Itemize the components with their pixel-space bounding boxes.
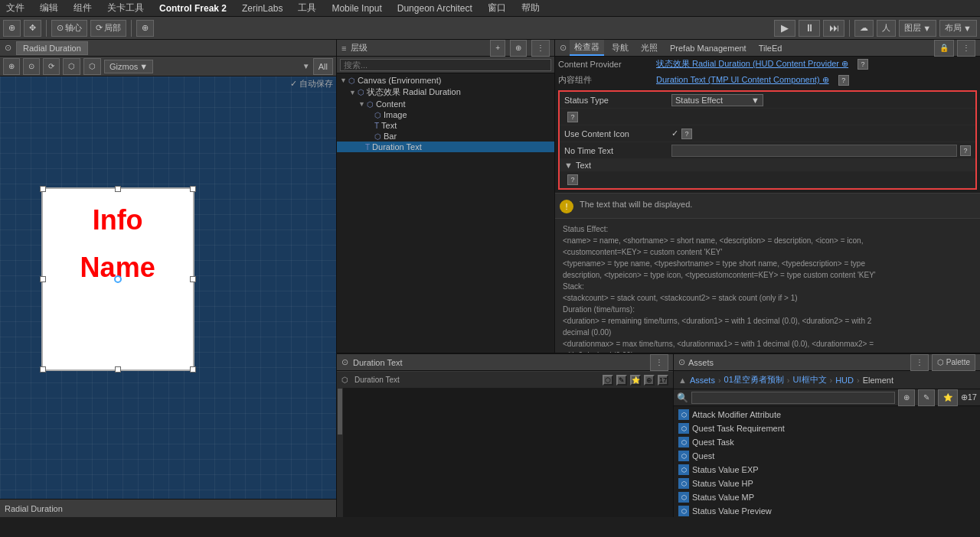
menu-item-zerinlabs[interactable]: ZerinLabs [239, 2, 286, 15]
dt-icon-4[interactable]: ⊕ [644, 375, 655, 386]
menu-item-control-freak[interactable]: Control Freak 2 [156, 2, 230, 15]
asset-item-quest-req[interactable]: ⬡ Quest Task Requirement [674, 421, 980, 435]
scene-tool-4[interactable]: ⬡ [63, 58, 80, 75]
no-time-text-input[interactable] [671, 145, 957, 157]
tab-navigation[interactable]: 导航 [607, 41, 633, 55]
hierarchy-item-bar[interactable]: ▶ ⬡ Bar [337, 131, 554, 142]
scene-tool-1[interactable]: ⊕ [3, 58, 20, 75]
assets-more-btn[interactable]: ⋮ [910, 354, 929, 371]
menu-item-window[interactable]: 窗口 [485, 0, 509, 16]
local-btn[interactable]: ⟳ 局部 [90, 20, 126, 37]
dt-icon-2[interactable]: ✎ [616, 375, 627, 386]
menu-item-component[interactable]: 组件 [70, 0, 95, 16]
dt-icon-1[interactable]: ⬡ [603, 375, 613, 386]
dt-icon-5[interactable]: 17 [658, 375, 668, 386]
no-time-text-question[interactable]: ? [960, 145, 971, 156]
assets-search-btn-2[interactable]: ✎ [918, 389, 935, 406]
assets-search-input[interactable] [691, 392, 895, 404]
menu-bar: 文件 编辑 组件 关卡工具 Control Freak 2 ZerinLabs … [0, 0, 980, 17]
text-question[interactable]: ? [567, 174, 578, 185]
asset-item-status-mp[interactable]: ⬡ Status Value MP [674, 490, 980, 504]
gizmos-btn[interactable]: Gizmos ▼ [104, 60, 153, 73]
breadcrumb-ui[interactable]: UI框中文 [793, 374, 827, 386]
menu-item-level-tools[interactable]: 关卡工具 [104, 0, 147, 16]
layers-btn[interactable]: 图层 ▼ [899, 20, 936, 37]
hierarchy-item-image[interactable]: ▶ ⬡ Image [337, 109, 554, 120]
asset-label-status-preview: Status Value Preview [692, 506, 772, 516]
tab-inspector[interactable]: 检查器 [570, 40, 604, 56]
play-button[interactable]: ▶ [774, 20, 795, 37]
hierarchy-add-btn[interactable]: + [490, 40, 505, 57]
tab-lighting[interactable]: 光照 [636, 41, 662, 55]
inspector-more-btn[interactable]: ⋮ [957, 40, 975, 57]
assets-title: Assets [688, 358, 714, 367]
bl-icon: ⊙ [341, 357, 348, 367]
menu-item-edit[interactable]: 编辑 [37, 0, 61, 16]
scene-tool-3[interactable]: ⟳ [43, 58, 60, 75]
menu-item-file[interactable]: 文件 [3, 0, 28, 16]
tab-prefab[interactable]: Prefab Management [665, 42, 751, 54]
menu-item-tools[interactable]: 工具 [295, 0, 319, 16]
asset-label-status-hp: Status Value HP [692, 479, 753, 488]
layout-btn[interactable]: 布局 ▼ [939, 20, 977, 37]
tab-tileed[interactable]: TileEd [754, 42, 787, 54]
toolbar-sep-1 [46, 20, 47, 37]
bc-up-btn[interactable]: ▲ [678, 376, 687, 385]
status-question[interactable]: ? [567, 112, 578, 122]
pivot-btn[interactable]: ⊙ 轴心 [51, 20, 87, 37]
component-value[interactable]: Duration Text (TMP UI Content Component)… [656, 75, 829, 85]
asset-item-status-preview[interactable]: ⬡ Status Value Preview [674, 504, 980, 517]
step-button[interactable]: ⏭ [823, 20, 844, 37]
hierarchy-more-btn[interactable]: ⋮ [531, 40, 550, 57]
status-type-dropdown[interactable]: Status Effect ▼ [671, 94, 763, 106]
hierarchy-search-btn[interactable]: ⊕ [510, 40, 527, 57]
asset-item-status-hp[interactable]: ⬡ Status Value HP [674, 477, 980, 490]
use-content-icon-question[interactable]: ? [681, 129, 692, 139]
hierarchy-item-content[interactable]: ▼ ⬡ Content [337, 99, 554, 109]
menu-item-dungeon[interactable]: Dungeon Architect [394, 2, 475, 15]
all-tag-btn[interactable]: All [313, 58, 333, 75]
hierarchy-item-text[interactable]: ▶ T Text [337, 120, 554, 131]
hierarchy-item-duration[interactable]: ▶ T Duration Text [337, 142, 554, 152]
asset-label-quest-task: Quest Task [692, 438, 734, 447]
scene-tool-5[interactable]: ⬡ [83, 58, 101, 75]
asset-item-status-exp[interactable]: ⬡ Status Value EXP [674, 463, 980, 477]
asset-item-quest-task[interactable]: ⬡ Quest Task [674, 435, 980, 449]
warning-icon: ! [560, 200, 573, 213]
tool-btn-1[interactable]: ⊕ [3, 20, 21, 37]
tool-btn-2[interactable]: ✥ [24, 20, 41, 37]
asset-item-quest[interactable]: ⬡ Quest [674, 449, 980, 463]
assets-search-btn-1[interactable]: ⊕ [898, 389, 915, 406]
menu-item-mobile-input[interactable]: Mobile Input [328, 2, 384, 15]
breadcrumb-assets[interactable]: Assets [690, 376, 715, 385]
bl-more-btn[interactable]: ⋮ [650, 354, 668, 371]
left-scrollbar-thumb[interactable] [338, 389, 342, 434]
assets-search-btn-3[interactable]: ⭐ [938, 389, 958, 406]
top-right: ≡ 层级 + ⊕ ⋮ ▼ ⬡ Canvas (Environment) [337, 40, 980, 353]
search-icon: 🔍 [677, 392, 688, 403]
scene-tool-2[interactable]: ⊙ [23, 58, 40, 75]
bc-sep-4: › [857, 376, 860, 385]
content-icon: ⬡ [367, 100, 374, 109]
comp-question[interactable]: ? [838, 75, 849, 86]
pause-button[interactable]: ⏸ [799, 20, 820, 37]
menu-item-help[interactable]: 帮助 [518, 0, 543, 16]
breadcrumb-01[interactable]: 01星空勇者预制 [724, 374, 784, 386]
extra-tool-btn[interactable]: ⊕ [136, 20, 154, 37]
cp-value[interactable]: 状态效果 Radial Duration (HUD Content Provid… [656, 58, 848, 70]
asset-item-attack[interactable]: ⬡ Attack Modifier Attribute [674, 408, 980, 421]
scene-tab[interactable]: Radial Duration [16, 41, 88, 55]
cp-question[interactable]: ? [858, 59, 868, 70]
account-btn[interactable]: 人 [877, 20, 896, 37]
hierarchy-search-input[interactable] [340, 59, 551, 71]
dt-icon-3[interactable]: ⭐ [630, 375, 641, 386]
assets-search-bar: 🔍 ⊕ ✎ ⭐ ⊕17 [674, 389, 980, 406]
hierarchy-item-canvas[interactable]: ▼ ⬡ Canvas (Environment) [337, 75, 554, 86]
hierarchy-item-status[interactable]: ▼ ⬡ 状态效果 Radial Duration [337, 86, 554, 99]
inspector-lock-btn[interactable]: 🔒 [934, 40, 954, 57]
layout-label: 布局 [945, 22, 962, 34]
assets-palette-btn[interactable]: ⬡ Palette [932, 354, 975, 371]
text-section-header[interactable]: ▼ Text [560, 159, 975, 171]
cloud-services-btn[interactable]: ☁ [854, 20, 874, 37]
breadcrumb-hud[interactable]: HUD [835, 376, 854, 385]
